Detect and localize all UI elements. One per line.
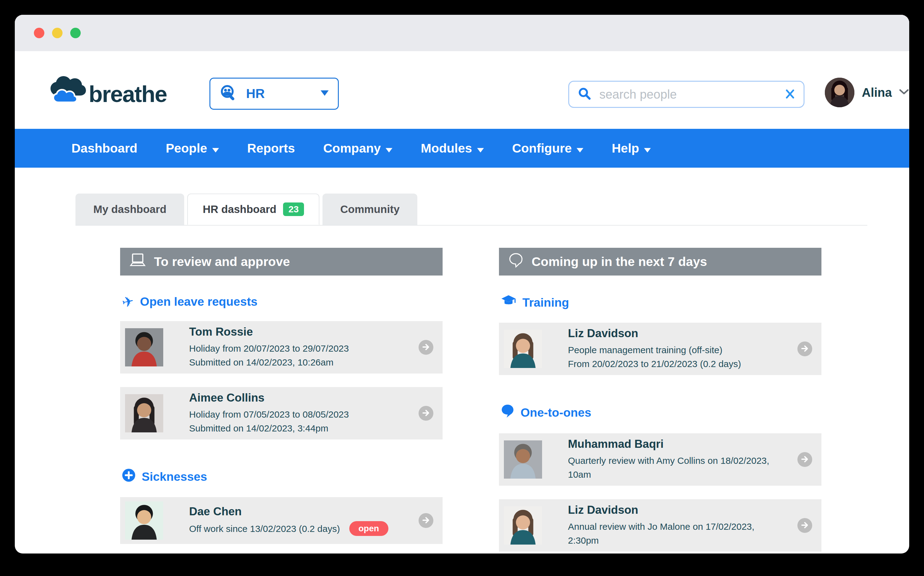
employee-name: Muhammad Baqri [568, 438, 788, 451]
tab-label: HR dashboard [203, 203, 276, 215]
app-header: breathe HR [15, 51, 909, 129]
nav-label: Company [323, 141, 381, 156]
tab-label: Community [340, 203, 400, 215]
section-heading: One-to-ones [501, 404, 822, 421]
card-text: Tom Rossie Holiday from 20/07/2023 to 29… [189, 325, 349, 369]
panel-title: Coming up in the next 7 days [531, 254, 707, 269]
card-text: Liz Davidson Annual review with Jo Malon… [568, 504, 788, 547]
main-nav: Dashboard People Reports Company Modules… [15, 129, 909, 168]
request-detail: Holiday from 07/05/2023 to 08/05/2023 [189, 407, 349, 421]
caret-down-icon [576, 141, 583, 156]
people-search-icon [220, 84, 238, 103]
tab-label: My dashboard [93, 203, 166, 215]
open-item-button[interactable] [798, 341, 812, 356]
nav-item-modules[interactable]: Modules [421, 141, 484, 156]
nav-item-people[interactable]: People [166, 141, 219, 156]
app-window: breathe HR [15, 15, 909, 554]
panel-title: To review and approve [154, 254, 290, 269]
chat-bubble-icon [501, 404, 514, 421]
nav-label: Modules [421, 141, 472, 156]
tab-community[interactable]: Community [322, 194, 418, 225]
arrow-right-icon [422, 409, 430, 418]
to-review-panel: To review and approve ✈ Open leave reque… [120, 248, 443, 552]
clear-search-button[interactable] [785, 89, 795, 100]
section-title-label: Training [522, 296, 569, 309]
tab-my-dashboard[interactable]: My dashboard [75, 194, 184, 225]
employee-name: Liz Davidson [568, 327, 741, 340]
nav-item-reports[interactable]: Reports [247, 141, 295, 156]
arrow-right-icon [801, 455, 809, 464]
open-item-button[interactable] [798, 518, 812, 533]
section-sicknesses: Sicknesses Dae Chen Off [120, 469, 443, 544]
caret-down-icon [644, 141, 651, 156]
company-switcher[interactable]: HR [209, 78, 339, 110]
one-to-one-card[interactable]: Muhammad Baqri Quarterly review with Amy… [499, 433, 822, 486]
user-name: Alina [862, 86, 892, 99]
section-title-label: Sicknesses [142, 470, 207, 483]
user-avatar [825, 78, 854, 107]
coming-up-panel: Coming up in the next 7 days Training [499, 248, 822, 552]
section-heading: Sicknesses [122, 469, 443, 485]
open-item-button[interactable] [418, 340, 433, 355]
tab-hr-dashboard[interactable]: HR dashboard 23 [187, 194, 319, 225]
employee-photo [504, 330, 542, 368]
nav-item-help[interactable]: Help [612, 141, 651, 156]
caret-down-icon [386, 141, 393, 156]
section-open-leave-requests: ✈ Open leave requests Tom Rossie [120, 294, 443, 440]
dashboard-panels: To review and approve ✈ Open leave reque… [120, 248, 909, 552]
card-text: Muhammad Baqri Quarterly review with Amy… [568, 438, 788, 482]
training-card[interactable]: Liz Davidson People management training … [499, 323, 822, 375]
caret-down-icon [321, 90, 329, 97]
employee-photo [504, 506, 542, 544]
open-item-button[interactable] [418, 513, 433, 528]
open-item-button[interactable] [418, 406, 433, 421]
one-to-one-card[interactable]: Liz Davidson Annual review with Jo Malon… [499, 499, 822, 552]
x-icon [785, 89, 795, 100]
chevron-down-icon [899, 89, 909, 96]
search-people-input[interactable] [599, 87, 778, 102]
nav-label: People [166, 141, 207, 156]
nav-label: Configure [512, 141, 572, 156]
employee-photo [125, 328, 163, 366]
open-item-button[interactable] [798, 452, 812, 467]
employee-name: Tom Rossie [189, 325, 349, 338]
nav-label: Reports [247, 141, 295, 156]
leave-request-card[interactable]: Aimee Collins Holiday from 07/05/2023 to… [120, 387, 443, 440]
minimize-window-button[interactable] [52, 28, 62, 38]
request-submitted: Submitted on 14/02/2023, 10:26am [189, 355, 349, 369]
employee-photo [125, 501, 163, 540]
section-heading: ✈ Open leave requests [122, 294, 443, 309]
card-text: Dae Chen Off work since 13/02/2023 (0.2 … [189, 505, 388, 536]
sickness-card[interactable]: Dae Chen Off work since 13/02/2023 (0.2 … [120, 497, 443, 544]
leave-request-card[interactable]: Tom Rossie Holiday from 20/07/2023 to 29… [120, 321, 443, 373]
section-title-label: One-to-ones [520, 406, 591, 419]
search-box [568, 81, 804, 108]
caret-down-icon [212, 141, 219, 156]
airplane-icon: ✈ [121, 293, 135, 310]
card-text: Aimee Collins Holiday from 07/05/2023 to… [189, 391, 349, 435]
company-switcher-value: HR [246, 86, 312, 101]
user-menu[interactable]: Alina [825, 78, 909, 107]
plus-circle-icon [122, 469, 136, 485]
tab-count-badge: 23 [283, 203, 304, 216]
card-text: Liz Davidson People management training … [568, 327, 741, 371]
section-training: Training Liz Davidso [499, 294, 822, 375]
nav-item-company[interactable]: Company [323, 141, 393, 156]
review-detail: Quarterly review with Amy Collins on 18/… [568, 454, 788, 482]
section-heading: Training [501, 294, 822, 310]
employee-photo [125, 394, 163, 432]
speech-bubble-outline-icon [508, 253, 523, 271]
nav-item-dashboard[interactable]: Dashboard [72, 141, 137, 156]
dashboard-tabs: My dashboard HR dashboard 23 Community [75, 194, 867, 226]
laptop-icon [129, 253, 146, 270]
review-detail: Annual review with Jo Malone on 17/02/20… [568, 520, 788, 547]
breathe-logo[interactable]: breathe [49, 75, 167, 105]
close-window-button[interactable] [34, 28, 44, 38]
arrow-right-icon [422, 516, 430, 525]
nav-item-configure[interactable]: Configure [512, 141, 584, 156]
employee-name: Dae Chen [189, 505, 388, 518]
section-title-label: Open leave requests [140, 295, 258, 309]
request-detail: Holiday from 20/07/2023 to 29/07/2023 [189, 341, 349, 355]
zoom-window-button[interactable] [70, 28, 81, 38]
section-one-to-ones: One-to-ones Muhammad Baqri Quarterly r [499, 404, 822, 552]
